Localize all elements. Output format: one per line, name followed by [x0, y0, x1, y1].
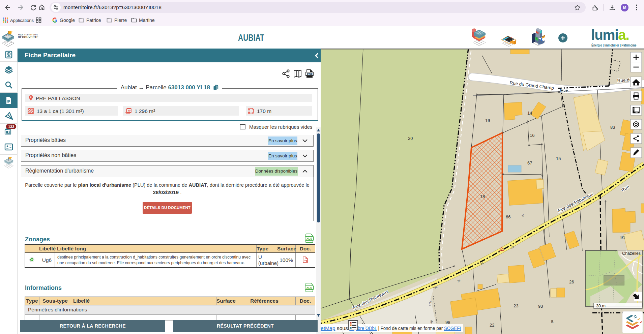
- svg-text:83: 83: [610, 125, 615, 130]
- svg-text:a: a: [551, 318, 554, 324]
- svg-text:98: 98: [445, 320, 450, 325]
- svg-text:libre ODbL | Fond de carte mis: libre ODbL | Fond de carte mis en forme …: [356, 325, 461, 331]
- svg-text:Rue: Rue: [429, 301, 432, 306]
- svg-text:Chazelles: Chazelles: [622, 251, 641, 256]
- svg-text:Rue du: Rue du: [617, 77, 632, 83]
- svg-text:XLS: XLS: [306, 237, 313, 240]
- svg-text:m²: m²: [128, 110, 131, 112]
- svg-text:Rue: Rue: [561, 88, 568, 92]
- svg-text:91: 91: [620, 235, 625, 240]
- svg-text:93: 93: [538, 304, 543, 309]
- svg-text:19: 19: [485, 118, 490, 123]
- svg-text:18: 18: [480, 194, 485, 199]
- svg-text:14: 14: [527, 111, 532, 116]
- svg-text:30 m: 30 m: [596, 304, 606, 308]
- svg-text:de: de: [430, 320, 433, 324]
- svg-text:15: 15: [556, 156, 561, 161]
- svg-text:XLS: XLS: [306, 286, 313, 290]
- svg-text:67: 67: [527, 160, 532, 165]
- svg-text:26: 26: [569, 279, 574, 284]
- svg-text:PDF: PDF: [307, 72, 313, 76]
- svg-text:20: 20: [408, 136, 413, 141]
- svg-text:23: 23: [514, 303, 518, 308]
- svg-text:22: 22: [490, 323, 494, 328]
- svg-text:66: 66: [506, 214, 510, 219]
- svg-text:16: 16: [530, 133, 534, 138]
